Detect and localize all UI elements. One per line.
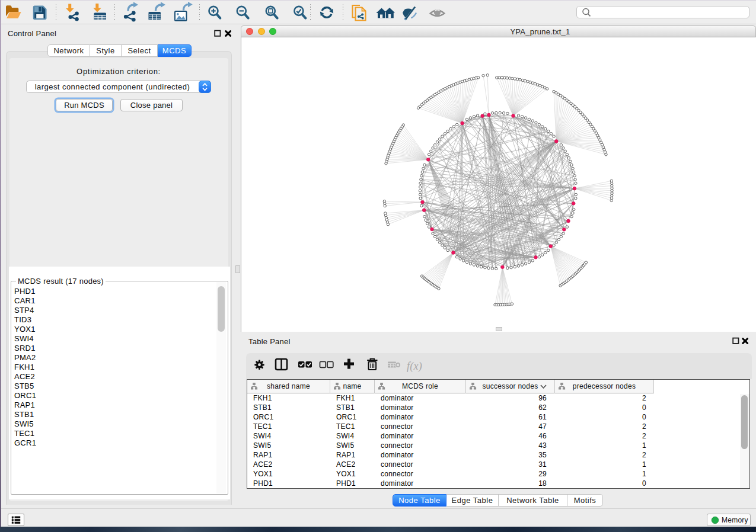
svg-text:f(x): f(x) xyxy=(407,360,422,373)
